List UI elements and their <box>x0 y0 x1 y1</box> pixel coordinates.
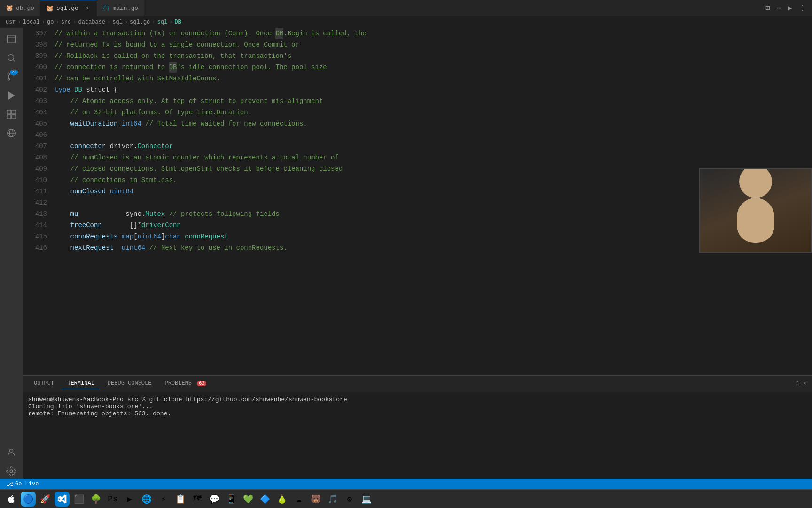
bear-icon[interactable]: 🐻 <box>308 492 323 507</box>
wechat-icon[interactable]: 💚 <box>241 492 256 507</box>
tab-label: sql.go <box>56 5 78 12</box>
terminal-content[interactable]: shuwen@shuwens-MacBook-Pro src % git clo… <box>23 392 812 479</box>
edge-icon[interactable]: 🔷 <box>258 492 273 507</box>
finder-icon[interactable]: 🔵 <box>21 492 36 507</box>
tab-bar-actions: ⊞ ⋯ ▶ ⋮ <box>764 2 812 14</box>
go-icon: 🐹 <box>6 4 13 12</box>
line-numbers: 397 398 399 400 401 402 403 404 405 406 … <box>23 28 51 375</box>
panel: OUTPUT TERMINAL DEBUG CONSOLE PROBLEMS 6… <box>23 375 812 479</box>
breadcrumb-item[interactable]: go <box>47 19 54 25</box>
svg-point-12 <box>9 449 13 452</box>
code-line-397: // within a transaction (Tx) or connecti… <box>55 28 805 39</box>
code-line-411: numClosed uint64 <box>55 186 805 197</box>
breadcrumb-item[interactable]: sql.go <box>130 19 150 25</box>
breadcrumb: usr › local › go › src › database › sql … <box>0 16 812 28</box>
code-line-402: type DB struct { <box>55 84 805 95</box>
launchpad-icon[interactable]: 🚀 <box>38 492 53 507</box>
svg-rect-7 <box>12 110 16 114</box>
tab-sql-go[interactable]: 🐹 sql.go × <box>40 0 97 16</box>
sourcetree-icon[interactable]: 🌳 <box>88 492 103 507</box>
account-icon[interactable] <box>4 445 19 460</box>
tab-main-go[interactable]: {} main.go <box>97 0 144 16</box>
ps-icon[interactable]: Ps <box>105 492 120 507</box>
vscode-icon[interactable] <box>55 492 70 507</box>
terminal-instance: 1 × <box>796 381 806 387</box>
terminal-line: shuwen@shuwens-MacBook-Pro src % git clo… <box>28 396 806 403</box>
code-line-409: // closed connections. Stmt.openStmt che… <box>55 163 805 175</box>
code-line-412 <box>55 197 805 208</box>
discord-icon[interactable]: 💬 <box>207 492 222 507</box>
terminal-tab[interactable]: TERMINAL <box>62 378 100 389</box>
remote-icon[interactable] <box>4 126 19 141</box>
code-line-400: // connection is returned to DB's idle c… <box>55 62 805 73</box>
breadcrumb-item[interactable]: database <box>78 19 105 25</box>
maps-icon[interactable]: 🗺 <box>190 492 205 507</box>
run-debug-icon[interactable] <box>4 88 19 103</box>
git-badge: 22 <box>10 70 18 75</box>
code-editor[interactable]: 397 398 399 400 401 402 403 404 405 406 … <box>23 28 812 375</box>
terminal-dock-icon[interactable]: 💻 <box>359 492 374 507</box>
apple-icon[interactable] <box>4 492 19 507</box>
code-line-399: // Rollback is called on the transaction… <box>55 50 805 62</box>
systemprefs-icon[interactable]: ⚙ <box>342 492 357 507</box>
breadcrumb-item[interactable]: src <box>61 19 71 25</box>
git-icon[interactable]: 22 <box>4 69 19 84</box>
code-line-415: connRequests map[uint64]chan connRequest <box>55 231 805 242</box>
notion-icon[interactable]: 📋 <box>173 492 188 507</box>
close-tab-icon[interactable]: × <box>83 5 91 12</box>
code-line-403: // Atomic access only. At top of struct … <box>55 95 805 107</box>
svg-rect-9 <box>12 115 16 119</box>
skype-icon[interactable]: ☁ <box>291 492 306 507</box>
chrome-icon[interactable]: 🌐 <box>139 492 154 507</box>
breadcrumb-item[interactable]: local <box>23 19 40 25</box>
svg-point-1 <box>8 55 14 61</box>
run-icon[interactable]: ▶ <box>786 2 794 14</box>
remote-icon: ⎇ <box>7 481 13 488</box>
spark-icon[interactable]: ⚡ <box>156 492 171 507</box>
problems-badge: 62 <box>197 381 206 386</box>
youku-icon[interactable]: ▶ <box>122 492 137 507</box>
slack-icon[interactable]: 📱 <box>224 492 239 507</box>
code-line-401: // can be controlled with SetMaxIdleConn… <box>55 73 805 84</box>
iterm-icon[interactable]: ⬛ <box>71 492 86 507</box>
breadcrumb-item[interactable]: usr <box>6 19 16 25</box>
music-icon[interactable]: 🎵 <box>325 492 340 507</box>
main-area: 22 397 398 399 400 401 402 <box>0 28 812 479</box>
problems-tab[interactable]: PROBLEMS 62 <box>159 378 212 389</box>
terminal-line: remote: Enumerating objects: 563, done. <box>28 410 806 417</box>
status-bar: ⎇ Go Live <box>0 479 812 489</box>
more-actions-icon[interactable]: ⋯ <box>775 2 783 14</box>
search-icon[interactable] <box>4 50 19 65</box>
app-icon-1[interactable]: 🍐 <box>274 492 289 507</box>
remote-label: Go Live <box>15 481 39 487</box>
svg-marker-5 <box>8 92 15 100</box>
remote-status[interactable]: ⎇ Go Live <box>4 479 41 489</box>
code-line-406 <box>55 129 805 141</box>
breadcrumb-item[interactable]: sql <box>112 19 123 25</box>
code-line-405: waitDuration int64 // Total time waited … <box>55 118 805 129</box>
terminal-line: Cloning into 'shuwen-bookstore'... <box>28 403 806 410</box>
code-line-398: // returned Tx is bound to a single conn… <box>55 39 805 50</box>
breadcrumb-item-current[interactable]: DB <box>174 19 181 25</box>
breadcrumb-item[interactable]: sql <box>157 19 168 25</box>
code-line-404: // on 32-bit platforms. Of type time.Dur… <box>55 107 805 118</box>
extensions-icon[interactable] <box>4 107 19 122</box>
code-content: // within a transaction (Tx) or connecti… <box>51 28 805 375</box>
debug-console-tab[interactable]: DEBUG CONSOLE <box>102 378 157 389</box>
svg-point-13 <box>10 470 13 473</box>
go-icon: {} <box>102 5 110 12</box>
explorer-icon[interactable] <box>4 32 19 47</box>
svg-point-2 <box>8 73 10 75</box>
split-editor-icon[interactable]: ⊞ <box>764 2 772 14</box>
code-line-407: connector driver.Connector <box>55 141 805 152</box>
svg-rect-8 <box>7 115 11 119</box>
tab-db-go[interactable]: 🐹 db.go <box>0 0 40 16</box>
go-icon: 🐹 <box>46 5 54 12</box>
output-tab[interactable]: OUTPUT <box>28 378 60 389</box>
webcam-overlay <box>699 168 812 253</box>
settings-icon[interactable] <box>4 464 19 479</box>
svg-rect-6 <box>7 110 11 114</box>
svg-rect-0 <box>8 35 16 43</box>
code-line-416: nextRequest uint64 // Next key to use in… <box>55 242 805 254</box>
debug-run-icon[interactable]: ⋮ <box>797 2 808 14</box>
